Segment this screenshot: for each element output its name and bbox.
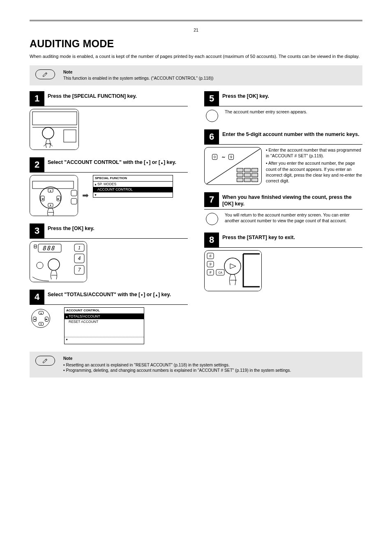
note-icon <box>35 356 55 366</box>
start-illustration: 6 9 # CA <box>204 250 262 291</box>
page-title: AUDITING MODE <box>30 37 362 51</box>
step-title: Press the [START] key to exit. <box>219 233 295 242</box>
step-6: 6 Enter the 5-digit account number with … <box>204 129 362 185</box>
step-3: 3 Press the [OK] key. 888 1 4 7 <box>30 223 188 282</box>
step-number: 3 <box>30 223 44 238</box>
svg-rect-32 <box>205 251 262 291</box>
step-title: Select "TOTALS/ACCOUNT" with the [] or [… <box>44 290 171 299</box>
key-nine: 9 <box>228 154 234 160</box>
svg-text:◀: ◀ <box>42 198 44 200</box>
note-text: This function is enabled in the system s… <box>63 76 213 81</box>
page-number: 21 <box>30 27 362 33</box>
step-1: 1 Press the [SPECIAL FUNCTION] key. <box>30 91 188 150</box>
note-label: Note <box>63 356 291 362</box>
step-title: Press the [SPECIAL FUNCTION] key. <box>44 91 137 101</box>
svg-text:▼: ▼ <box>49 204 52 207</box>
numeric-keys-illustration: 0 ～ 9 <box>204 147 262 185</box>
step-body-text: The account number entry screen appears. <box>225 109 307 115</box>
lcd-screen: ACCOUNT CONTROL ▲TOTALS/ACCOUNT RESET AC… <box>64 307 144 344</box>
step-4: 4 Select "TOTALS/ACCOUNT" with the [] or… <box>30 290 188 344</box>
step-title: When you have finished viewing the count… <box>219 192 362 209</box>
pencil-icon <box>42 71 48 77</box>
step-number: 2 <box>30 157 44 172</box>
svg-text:9: 9 <box>209 262 211 266</box>
step-number: 6 <box>204 129 219 144</box>
svg-rect-7 <box>30 175 78 216</box>
ok-button-icon <box>206 213 218 225</box>
step-number: 5 <box>204 91 219 106</box>
left-column: 1 Press the [SPECIAL FUNCTION] key. <box>30 91 188 352</box>
step-2: 2 Select "ACCOUNT CONTROL" with the [] o… <box>30 157 188 216</box>
ok-button-icon <box>206 110 218 122</box>
svg-text:1: 1 <box>78 245 81 250</box>
step-5: 5 Press the [OK] key. The account number… <box>204 91 362 122</box>
screen-header: ACCOUNT CONTROL <box>65 308 144 314</box>
header-rule <box>30 20 362 21</box>
note-box-bottom: Note • Resetting an account is explained… <box>30 352 362 378</box>
note-icon <box>35 69 55 79</box>
key-zero: 0 <box>212 154 217 160</box>
dpad-icon: ▲▼◀▶ <box>31 309 50 328</box>
svg-text:888: 888 <box>42 245 55 251</box>
ok-illustration: 888 1 4 7 <box>30 241 87 282</box>
right-column: 5 Press the [OK] key. The account number… <box>204 91 362 352</box>
intro-text: When auditing mode is enabled, a count i… <box>30 53 362 60</box>
step-8: 8 Press the [START] key to exit. 6 9 # C… <box>204 233 362 291</box>
step-title: Press the [OK] key. <box>44 223 95 233</box>
lcd-screen: SPECIAL FUNCTION ▲SP. MODES ACCOUNT CONT… <box>93 175 173 198</box>
step-number: 4 <box>30 290 44 304</box>
svg-text:4: 4 <box>78 256 81 261</box>
note-box-top: Note This function is enabled in the sys… <box>30 65 362 85</box>
pencil-icon <box>42 358 48 364</box>
triangle-up-icon <box>155 292 158 297</box>
screen-header: SPECIAL FUNCTION <box>93 175 173 182</box>
step-bullet: • Enter the account number that was prog… <box>266 147 362 159</box>
dpad-illustration: ▲ ▼ ◀ ▶ <box>30 175 78 216</box>
note-label: Note <box>63 69 213 75</box>
triangle-down-icon <box>145 159 149 165</box>
step-title: Enter the 5-digit account number with th… <box>219 129 359 139</box>
note-bullet: • Programming, deleting, and changing ac… <box>63 368 291 373</box>
step-body-text: You will return to the account number en… <box>225 212 362 223</box>
triangle-up-icon <box>160 159 164 165</box>
svg-text:6: 6 <box>209 254 211 258</box>
svg-text:▲: ▲ <box>49 189 52 192</box>
step-7: 7 When you have finished viewing the cou… <box>204 192 362 225</box>
step-bullet: • After you enter the account number, th… <box>266 160 362 184</box>
tilde-icon: ～ <box>221 154 226 160</box>
arrow-right-icon: ➡ <box>82 190 89 201</box>
svg-text:CA: CA <box>218 271 222 274</box>
step-number: 7 <box>204 192 219 207</box>
panel-illustration <box>30 109 79 150</box>
step-title: Select "ACCOUNT CONTROL" with the [] or … <box>44 157 176 167</box>
svg-text:▶: ▶ <box>58 198 60 200</box>
step-number: 1 <box>30 91 44 106</box>
step-title: Press the [OK] key. <box>219 91 269 101</box>
note-bullet: • Resetting an account is explained in "… <box>63 362 291 368</box>
step-number: 8 <box>204 233 219 247</box>
